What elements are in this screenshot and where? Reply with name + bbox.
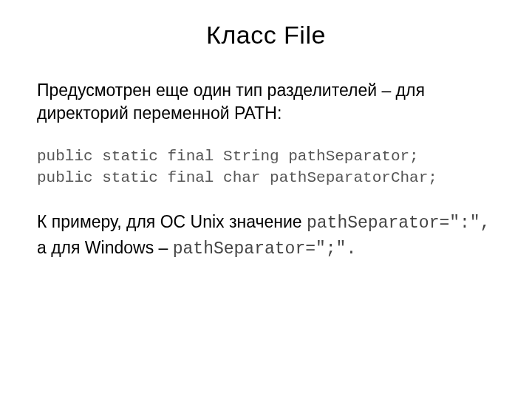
code-block: public static final String pathSeparator…	[37, 146, 495, 189]
example-text: К примеру, для ОС Unix значение	[37, 212, 307, 231]
example-code: pathSeparator=";".	[173, 239, 356, 259]
code-line: public static final String pathSeparator…	[37, 146, 495, 167]
intro-paragraph: Предусмотрен еще один тип разделителей –…	[37, 79, 495, 125]
slide-title: Класс File	[37, 21, 495, 50]
code-line: public static final char pathSeparatorCh…	[37, 167, 495, 188]
example-code: pathSeparator=":",	[307, 214, 490, 233]
example-paragraph: К примеру, для ОС Unix значение pathSepa…	[37, 210, 495, 262]
example-text: а для Windows –	[37, 238, 173, 257]
